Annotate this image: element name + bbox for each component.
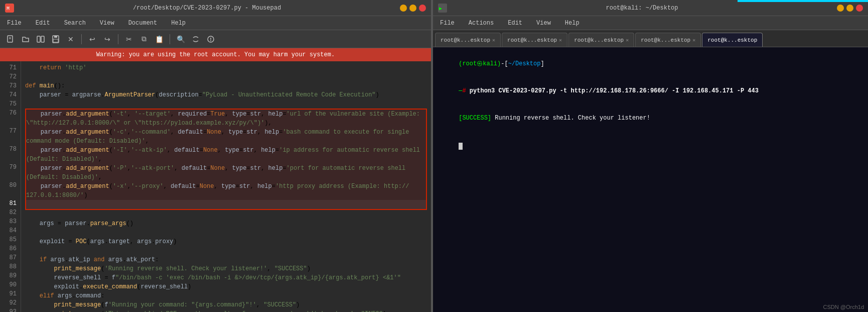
code-line-84 — [25, 228, 427, 237]
code-line-77b: command mode (Default: Disabled)', — [26, 137, 426, 146]
ln-75: 75 — [0, 99, 21, 109]
toolbar-sep-3 — [170, 34, 170, 44]
tab-1-close[interactable]: ✕ — [492, 37, 495, 43]
svg-rect-5 — [37, 36, 40, 42]
code-line-75 — [25, 99, 427, 109]
menu-edit[interactable]: Edit — [33, 19, 53, 28]
new-icon — [7, 35, 15, 43]
editor-window-controls-right — [400, 5, 426, 12]
code-line-74: parser = argparse.ArgumentParser(descrip… — [25, 90, 427, 99]
ln-87: 87 — [0, 253, 21, 262]
menu-search[interactable]: Search — [61, 19, 89, 28]
code-line-86 — [25, 246, 427, 255]
line-numbers: 71 72 73 74 75 76 77 78 79 80 81 82 83 8… — [0, 61, 21, 312]
code-line-76a: parser.add_argument('-t', '--target', re… — [26, 110, 426, 119]
term-success-bracket: [SUCCESS] — [459, 115, 491, 122]
toolbar-undo-btn[interactable]: ↩ — [86, 33, 99, 46]
code-line-79b: (Default: Disabled)', — [26, 173, 426, 182]
toolbar-replace-btn[interactable] — [189, 33, 202, 46]
term-cursor — [459, 143, 463, 150]
code-line-72 — [25, 72, 427, 81]
tab-3-close[interactable]: ✕ — [626, 37, 629, 43]
ln-88: 88 — [0, 262, 21, 271]
toolbar-sep-1 — [81, 34, 82, 44]
highlight-box: parser.add_argument('-t', '--target', re… — [25, 109, 427, 210]
toolbar-close-btn[interactable]: ✕ — [64, 33, 77, 46]
ln-71: 71 — [0, 63, 21, 72]
term-menu-edit[interactable]: Edit — [505, 19, 525, 28]
terminal-close-btn[interactable] — [856, 5, 863, 12]
term-menu-actions[interactable]: Actions — [466, 19, 497, 28]
top-accent-bar — [738, 0, 868, 2]
ln-73: 73 — [0, 81, 21, 90]
term-command-text: python3 CVE-2023-0297.py -t http://192.1… — [470, 87, 759, 94]
term-bracket: -[ — [501, 60, 508, 67]
terminal-tab-3[interactable]: root@k...esktop ✕ — [568, 33, 634, 47]
code-line-73: def main(): — [25, 81, 427, 90]
tab-3-label: root@k...esktop — [574, 37, 624, 43]
ln-76: 76 — [0, 109, 21, 118]
editor-warning-bar: Warning: you are using the root account.… — [0, 48, 431, 61]
terminal-tab-5[interactable]: root@k...esktop — [702, 33, 763, 47]
editor-minimize-btn[interactable] — [400, 5, 407, 12]
terminal-tab-2[interactable]: root@k...esktop ✕ — [502, 33, 567, 47]
editor-menubar: File Edit Search View Document Help — [0, 16, 431, 30]
term-bracket-close: ] — [540, 60, 544, 67]
tab-4-close[interactable]: ✕ — [692, 37, 695, 43]
term-path: ~/Desktop — [508, 60, 541, 67]
toolbar-open-btn[interactable] — [19, 33, 32, 46]
editor-panel: M /root/Desktop/CVE-2023-0297.py - Mouse… — [0, 0, 431, 312]
menu-help[interactable]: Help — [168, 19, 189, 28]
editor-maximize-btn[interactable] — [409, 5, 416, 12]
tab-5-label: root@k...esktop — [707, 37, 757, 43]
tab-1-label: root@k...esktop — [441, 37, 490, 43]
terminal-panel: ▶ root@kali: ~/Desktop File Actions Edit… — [433, 0, 868, 312]
terminal-window-controls — [837, 5, 863, 12]
term-menu-file[interactable]: File — [437, 19, 458, 28]
toolbar-redo-btn[interactable]: ↪ — [101, 33, 114, 46]
svg-rect-9 — [53, 39, 58, 42]
toolbar-copy-btn[interactable]: ⧉ — [137, 33, 151, 46]
code-content[interactable]: return 'http' def main(): parser = argpa… — [21, 61, 431, 312]
watermark: CSDN @Orch1d — [823, 304, 864, 310]
terminal-minimize-btn[interactable] — [837, 5, 844, 12]
term-user: (root㉿kali) — [459, 60, 501, 67]
editor-code-area[interactable]: 71 72 73 74 75 76 77 78 79 80 81 82 83 8… — [0, 61, 431, 312]
toolbar-new-btn[interactable] — [4, 33, 17, 46]
tab-2-close[interactable]: ✕ — [559, 37, 562, 43]
terminal-menubar: File Actions Edit View Help — [433, 16, 868, 30]
ln-79: 79 — [0, 163, 21, 172]
ln-91: 91 — [0, 289, 21, 298]
ln-83: 83 — [0, 217, 21, 226]
term-menu-view[interactable]: View — [533, 19, 554, 28]
code-line-71: return 'http' — [25, 63, 427, 72]
menu-document[interactable]: Document — [125, 19, 161, 28]
ln-90: 90 — [0, 280, 21, 289]
term-success-text: Running reverse shell. Check your listen… — [491, 115, 650, 122]
ln-86: 86 — [0, 244, 21, 253]
menu-view[interactable]: View — [97, 19, 117, 28]
terminal-tab-4[interactable]: root@k...esktop ✕ — [635, 33, 701, 47]
terminal-tab-1[interactable]: root@k...esktop ✕ — [435, 33, 501, 47]
toolbar-goto-btn[interactable] — [204, 33, 217, 46]
toolbar-save-btn[interactable] — [49, 33, 62, 46]
terminal-maximize-btn[interactable] — [846, 5, 853, 12]
term-menu-help[interactable]: Help — [562, 19, 583, 28]
toolbar-cut-btn[interactable]: ✂ — [122, 33, 135, 46]
code-line-85: exploit = POC(args.target, args.proxy) — [25, 237, 427, 246]
menu-file[interactable]: File — [4, 19, 25, 28]
tab-2-label: root@k...esktop — [507, 37, 557, 43]
ln-85: 85 — [0, 235, 21, 244]
code-line-92: print_message(f'Running your command: "{… — [25, 300, 427, 309]
code-line-80b: 127.0.0.1:8080/') — [26, 191, 426, 200]
editor-window-controls-left: M — [5, 4, 14, 13]
code-line-93: print_message('This is a blind RCE, so t… — [25, 309, 427, 312]
toolbar-search-btn[interactable]: 🔍 — [174, 33, 187, 46]
terminal-body[interactable]: (root㉿kali)-[~/Desktop] ─# python3 CVE-2… — [433, 47, 868, 312]
svg-rect-6 — [41, 36, 44, 42]
ln-80: 80 — [0, 181, 21, 190]
editor-close-btn[interactable] — [419, 5, 426, 12]
toolbar-split-btn[interactable] — [34, 33, 47, 46]
toolbar-paste-btn[interactable]: 📋 — [153, 33, 166, 46]
term-cursor-line — [437, 132, 864, 159]
